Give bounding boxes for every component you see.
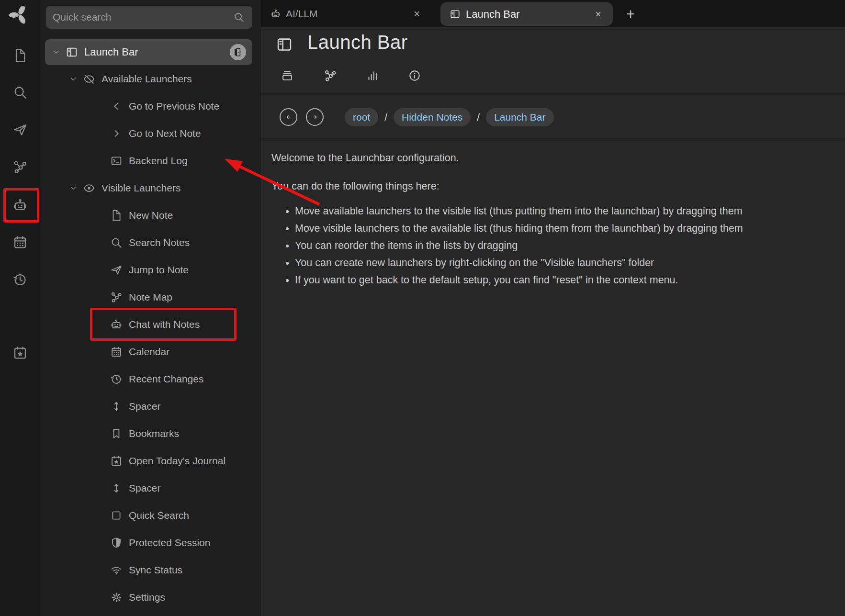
tree-item-note-map[interactable]: Note Map [40,283,261,311]
jump-to-note-icon[interactable] [10,119,31,140]
tree-item-chat-with-notes[interactable]: Chat with Notes [40,311,261,338]
search-icon[interactable] [10,82,31,103]
tree-item-new-note[interactable]: New Note [40,202,261,229]
intro-paragraph: You can do the following things here: [271,180,831,192]
chat-robot-icon[interactable] [10,195,31,216]
gear-icon [110,591,123,604]
launch-bar-icon [66,46,78,58]
tree-item-settings[interactable]: Settings [40,583,261,611]
quick-search-box[interactable] [46,6,252,29]
chevron-right-icon [110,127,123,140]
bookmark-icon [110,427,123,440]
tree-item-visible-launchers[interactable]: Visible Launchers [40,174,261,202]
spacer-icon [110,400,123,413]
shield-icon [110,537,123,549]
note-map-icon[interactable] [320,69,341,83]
search-icon [233,11,245,23]
arrow-right-circle-icon[interactable] [306,108,324,126]
launch-bar-icon [276,36,293,53]
chat-robot-icon [110,318,123,331]
tree-item-go-to-previous-note[interactable]: Go to Previous Note [40,92,261,120]
breadcrumb: root / Hidden Notes / Launch Bar [261,95,845,139]
chevron-down-icon[interactable] [51,47,61,57]
breadcrumb-separator: / [384,112,387,123]
new-tab-button[interactable]: + [621,4,640,23]
close-icon[interactable]: × [595,9,601,20]
info-icon[interactable] [404,69,425,83]
tree-item-calendar[interactable]: Calendar [40,338,261,365]
tree-item-jump-to-note[interactable]: Jump to Note [40,256,261,283]
calendar-icon[interactable] [10,232,31,253]
spacer-icon [110,482,123,494]
note-content: Welcome to the Launchbar configuration. … [261,139,845,291]
note-map-icon [110,291,123,303]
tree-item-spacer[interactable]: Spacer [40,474,261,502]
square-icon [110,509,123,522]
tree-item-available-launchers[interactable]: Available Launchers [40,65,261,92]
launch-bar-icon [450,9,461,20]
chat-robot-icon [270,9,281,19]
instructions-list: Move available launchers to the visible … [271,205,831,287]
list-item: Move available launchers to the visible … [295,205,831,218]
chevron-down-icon[interactable] [68,74,79,84]
calendar-icon [110,346,123,358]
tree-item-launch-bar[interactable]: Launch Bar [45,39,252,65]
tab-launch-bar[interactable]: Launch Bar × [440,2,613,26]
eye-off-icon [83,73,95,85]
list-item: You can reorder the items in the lists b… [295,239,831,252]
tree-item-open-todays-journal[interactable]: Open Today's Journal [40,447,261,474]
archive-icon[interactable] [277,69,298,83]
recent-changes-icon[interactable] [10,269,31,290]
list-item: If you want to get back to the default s… [295,274,831,287]
tree-item-backend-log[interactable]: Backend Log [40,147,261,174]
note-title-row: Launch Bar [261,32,408,53]
recent-changes-icon [110,373,123,385]
note-map-icon[interactable] [10,157,31,178]
launcher-rail [0,0,40,616]
tree-item-quick-search[interactable]: Quick Search [40,502,261,529]
jump-to-note-icon [110,264,123,276]
search-icon [110,236,123,249]
breadcrumb-item-root[interactable]: root [345,108,378,126]
terminal-icon [110,155,123,167]
new-note-icon[interactable] [10,45,31,66]
note-detail-pane: AI/LLM × Launch Bar × + Launch Bar root … [261,0,845,616]
arrow-left-circle-icon[interactable] [280,108,297,126]
breadcrumb-item-hidden-notes[interactable]: Hidden Notes [394,108,471,126]
todays-journal-icon[interactable] [10,342,31,363]
breadcrumb-item-launch-bar[interactable]: Launch Bar [486,108,553,126]
page-title: Launch Bar [307,32,408,53]
note-tree-panel: Launch Bar Available Launchers Go to Pre… [40,0,261,616]
tab-bar: AI/LLM × Launch Bar × + [261,0,845,27]
tree-item-bookmarks[interactable]: Bookmarks [40,420,261,447]
tree-item-recent-changes[interactable]: Recent Changes [40,365,261,392]
breadcrumb-separator: / [477,112,480,123]
trilium-logo [8,4,30,27]
open-door-icon[interactable] [230,44,246,60]
close-icon[interactable]: × [414,9,420,19]
list-item: You can create new launchers by right-cl… [295,257,831,269]
wifi-icon [110,564,123,576]
eye-icon [83,182,95,194]
tab-ai-llm[interactable]: AI/LLM × [267,0,433,27]
chevron-left-icon [110,100,123,112]
tree-item-go-to-next-note[interactable]: Go to Next Note [40,120,261,147]
new-note-icon [110,209,123,222]
intro-paragraph: Welcome to the Launchbar configuration. [271,152,831,164]
list-item: Move visible launchers to the available … [295,222,831,235]
todays-journal-icon [110,455,123,467]
bar-chart-icon[interactable] [362,69,383,83]
tree-item-search-notes[interactable]: Search Notes [40,229,261,256]
chevron-down-icon[interactable] [68,183,79,193]
tree-item-sync-status[interactable]: Sync Status [40,556,261,583]
tree-item-spacer[interactable]: Spacer [40,392,261,420]
quick-search-input[interactable] [46,11,233,23]
tree-item-protected-session[interactable]: Protected Session [40,529,261,556]
